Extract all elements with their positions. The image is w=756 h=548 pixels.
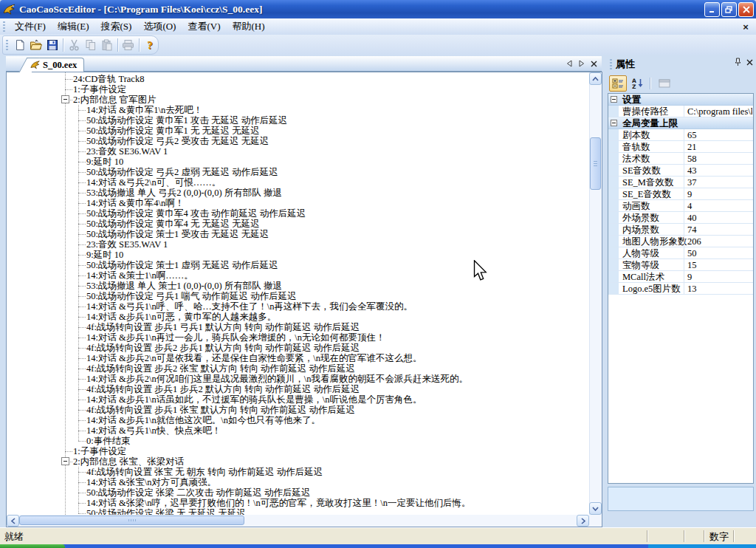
property-value[interactable]: 206 bbox=[687, 236, 752, 247]
tree-node[interactable]: 23:音效 SE35.WAV 1 bbox=[7, 239, 589, 250]
open-folder-icon[interactable] bbox=[28, 37, 44, 53]
tree-node[interactable]: 14:对话 &步兵1\n可恶，黄巾军的人越来越多。 bbox=[7, 312, 589, 322]
property-value[interactable]: 74 bbox=[687, 224, 752, 236]
tree-node[interactable]: 50:战场动作设定 策士1 虚弱 无延迟 动作后延迟 bbox=[7, 260, 589, 270]
tree-node[interactable]: 14:对话 &步兵1\n就信他这次吧。\n如今也只有等他来了。 bbox=[7, 415, 589, 425]
tree-node[interactable]: 14:对话 &张梁\n哼，迟早要打败他们的！\n可恶的官军，竟敢攻打这里！\n一… bbox=[7, 498, 589, 508]
tree-node[interactable]: 14:对话 &张宝\n对方可真顽强。 bbox=[7, 477, 589, 487]
restore-button[interactable] bbox=[721, 2, 737, 17]
tree-node[interactable]: 0:事件结束 bbox=[7, 436, 589, 446]
child-close-icon[interactable]: × bbox=[740, 21, 752, 32]
new-document-icon[interactable] bbox=[12, 37, 28, 53]
property-value[interactable]: 65 bbox=[687, 129, 752, 141]
collapse-minus-icon[interactable] bbox=[611, 96, 617, 103]
menubar-grip[interactable] bbox=[3, 21, 5, 32]
menu-file[interactable]: 文件(F) bbox=[9, 18, 52, 35]
property-row[interactable]: Logo.e5图片数13 bbox=[608, 283, 753, 295]
tree-node[interactable]: 50:战场动作设定 黄巾军4 无 无延迟 无延迟 bbox=[7, 219, 589, 229]
scroll-down-icon[interactable] bbox=[589, 502, 602, 515]
scroll-right-icon[interactable] bbox=[577, 515, 589, 527]
vertical-scrollbar[interactable] bbox=[589, 72, 602, 515]
property-row[interactable]: 法术数58 bbox=[608, 153, 753, 165]
property-value[interactable]: 4 bbox=[687, 200, 752, 212]
tree-node[interactable]: 50:战场动作设定 弓兵2 虚弱 无延迟 动作后延迟 bbox=[7, 167, 589, 177]
tree-node[interactable]: 14:对话 &策士1\n啊……。 bbox=[7, 270, 589, 281]
tree-node[interactable]: 4f:战场转向设置 步兵1 步兵2 默认方向 转向 动作前延迟 动作后延迟 bbox=[7, 384, 589, 394]
tree-node[interactable]: 53:战场撤退 单人 弓兵2 (0,0)-(0,0) 所有部队 撤退 bbox=[7, 188, 589, 198]
tab-s00eex[interactable]: S_00.eex bbox=[28, 58, 84, 72]
property-value[interactable]: 9 bbox=[687, 188, 752, 200]
property-value[interactable]: 9 bbox=[687, 271, 752, 283]
tree-node[interactable]: 50:战场动作设定 弓兵1 喘气 动作前延迟 动作后延迟 bbox=[7, 291, 589, 301]
property-row[interactable]: 人物等级50 bbox=[608, 247, 753, 259]
tree-node[interactable]: 14:对话 &步兵2\n可是依我看，还是保住自家性命要紧，\n现在的官军谁不这么… bbox=[7, 353, 589, 363]
save-icon[interactable] bbox=[44, 37, 61, 53]
property-row[interactable]: 剧本数65 bbox=[608, 129, 753, 141]
property-row[interactable]: 曹操传路径C:\program files\koei bbox=[608, 106, 753, 117]
collapse-minus-icon[interactable] bbox=[61, 457, 69, 465]
menu-help[interactable]: 帮助(H) bbox=[226, 18, 270, 35]
tab-scroll-left-icon[interactable] bbox=[564, 58, 574, 69]
property-row[interactable]: 外场景数40 bbox=[608, 212, 753, 224]
close-button[interactable] bbox=[738, 2, 754, 17]
property-value[interactable]: 21 bbox=[687, 141, 752, 153]
tree-node[interactable]: 50:战场动作设定 张梁 二次攻击 动作前延迟 动作后延迟 bbox=[7, 487, 589, 498]
tree-node[interactable]: 50:战场动作设定 策士1 受攻击 无延迟 无延迟 bbox=[7, 229, 589, 239]
tree-node[interactable]: 1:子事件设定 bbox=[7, 84, 589, 95]
horizontal-scrollbar[interactable] bbox=[7, 515, 589, 527]
tree-node[interactable]: 4f:战场转向设置 步兵2 步兵1 默认方向 转向 动作前延迟 动作后延迟 bbox=[7, 343, 589, 353]
property-grid[interactable]: 设置曹操传路径C:\program files\koei全局变量上限剧本数65音… bbox=[608, 93, 754, 484]
tree-node[interactable]: 14:对话 &黄巾军1\n去死吧！ bbox=[7, 105, 589, 115]
tree-node[interactable]: 14:对话 &弓兵1\n快、快点来吧！ bbox=[7, 425, 589, 436]
help-icon[interactable]: ? bbox=[142, 37, 158, 53]
tree-node[interactable]: 53:战场撤退 单人 策士1 (0,0)-(0,0) 所有部队 撤退 bbox=[7, 281, 589, 291]
property-row[interactable]: SE_E音效数9 bbox=[608, 188, 753, 200]
tree-node[interactable]: 50:战场动作设定 黄巾军4 攻击 动作前延迟 动作后延迟 bbox=[7, 208, 589, 219]
tab-scroll-right-icon[interactable] bbox=[577, 58, 586, 69]
property-row[interactable]: 地图人物形象数206 bbox=[608, 236, 753, 247]
tree-node[interactable]: 50:战场动作设定 张梁 无 无延迟 无延迟 bbox=[7, 508, 589, 515]
property-value[interactable]: 13 bbox=[687, 283, 752, 295]
tree-node[interactable]: 9:延时 10 bbox=[7, 250, 589, 260]
property-row[interactable]: 内场景数74 bbox=[608, 224, 753, 236]
tree-node[interactable]: 9:延时 10 bbox=[7, 157, 589, 167]
tree-node[interactable]: 1:子事件设定 bbox=[7, 446, 589, 456]
collapse-minus-icon[interactable] bbox=[611, 120, 617, 126]
property-row[interactable]: 宝物等级15 bbox=[608, 259, 753, 271]
toolbar-grip[interactable] bbox=[6, 40, 8, 50]
tree-node[interactable]: 4f:战场转向设置 步兵1 张宝 默认方向 转向 动作前延迟 动作后延迟 bbox=[7, 405, 589, 415]
tree-node[interactable]: 24:CD音轨 Track8 bbox=[7, 74, 589, 84]
panel-grip[interactable] bbox=[610, 59, 612, 69]
tree-node[interactable]: 4f:战场转向设置 张宝 无 朝东 转向 动作前延迟 动作后延迟 bbox=[7, 467, 589, 477]
tab-close-icon[interactable] bbox=[589, 58, 599, 69]
menu-search[interactable]: 搜索(S) bbox=[95, 18, 138, 35]
tree-node[interactable]: 23:音效 SE36.WAV 1 bbox=[7, 146, 589, 157]
property-value[interactable]: 37 bbox=[687, 177, 752, 188]
property-category[interactable]: 全局变量上限 bbox=[608, 117, 753, 129]
property-value[interactable]: 15 bbox=[687, 259, 752, 271]
property-value[interactable]: 40 bbox=[687, 212, 752, 224]
tree-node[interactable]: 50:战场动作设定 黄巾军1 攻击 无延迟 动作后延迟 bbox=[7, 115, 589, 126]
property-value[interactable]: 43 bbox=[687, 165, 752, 177]
tree-node-expandable[interactable]: 2:内部信息 张宝、张梁对话 bbox=[7, 456, 589, 467]
property-value[interactable]: C:\program files\koei bbox=[687, 106, 752, 117]
menu-view[interactable]: 查看(V) bbox=[182, 18, 226, 35]
tree-node[interactable]: 50:战场动作设定 弓兵2 受攻击 无延迟 无延迟 bbox=[7, 136, 589, 146]
start-button-edge[interactable] bbox=[0, 544, 65, 548]
tree-node[interactable]: 14:对话 &弓兵2\n可、可恨……。 bbox=[7, 177, 589, 188]
property-row[interactable]: 音轨数21 bbox=[608, 141, 753, 153]
property-row[interactable]: SE_M音效数37 bbox=[608, 177, 753, 188]
minimize-button[interactable] bbox=[704, 2, 720, 17]
collapse-minus-icon[interactable] bbox=[61, 95, 69, 103]
scroll-up-icon[interactable] bbox=[589, 72, 602, 85]
property-value[interactable]: 58 bbox=[687, 153, 752, 165]
property-row[interactable]: MCall法术9 bbox=[608, 271, 753, 283]
event-tree[interactable]: 24:CD音轨 Track81:子事件设定2:内部信息 官军图片14:对话 &黄… bbox=[7, 72, 589, 515]
horizontal-scroll-thumb[interactable] bbox=[19, 516, 244, 525]
pin-icon[interactable] bbox=[734, 58, 742, 66]
sort-az-icon[interactable]: AZ bbox=[629, 75, 647, 92]
property-row[interactable]: SE音效数43 bbox=[608, 165, 753, 177]
tree-node[interactable]: 14:对话 &步兵1\n话虽如此，不过援军的骑兵队长是曹操，\n听说他是个厉害角… bbox=[7, 394, 589, 405]
tree-node[interactable]: 4f:战场转向设置 步兵1 弓兵1 默认方向 转向 动作前延迟 动作后延迟 bbox=[7, 322, 589, 332]
tree-node-expandable[interactable]: 2:内部信息 官军图片 bbox=[7, 95, 589, 105]
